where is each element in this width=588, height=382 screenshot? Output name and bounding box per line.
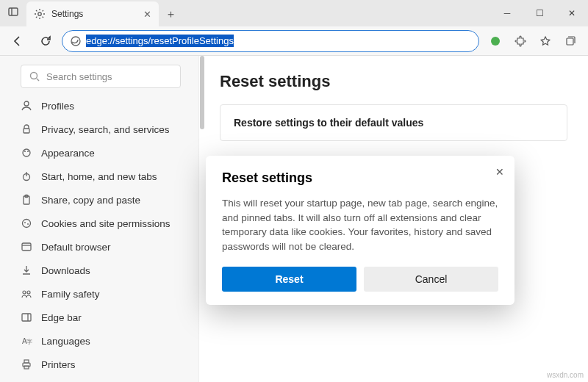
sidebar-item-label: Printers (41, 359, 76, 370)
settings-sidebar: Search settings Profiles Privacy, search… (0, 56, 198, 382)
svg-point-6 (31, 73, 37, 79)
svg-rect-0 (9, 8, 18, 15)
scrollbar-thumb[interactable] (200, 56, 204, 129)
language-icon: A字 (21, 335, 32, 347)
svg-point-19 (27, 223, 29, 225)
svg-point-12 (27, 151, 29, 152)
svg-rect-20 (22, 243, 31, 251)
power-icon (21, 170, 32, 182)
window-close-button[interactable]: ✕ (556, 0, 588, 26)
window-maximize-button[interactable]: ☐ (523, 0, 556, 26)
appearance-icon (21, 147, 32, 159)
collections-button[interactable] (559, 29, 582, 53)
svg-point-18 (24, 222, 26, 223)
sidebar-item-label: Downloads (41, 265, 90, 276)
reset-settings-dialog: ✕ Reset settings This will reset your st… (206, 156, 514, 305)
page-heading: Reset settings (220, 72, 567, 91)
person-icon (21, 100, 32, 112)
sidebar-item-label: Default browser (41, 242, 111, 253)
svg-point-8 (24, 101, 29, 106)
card-label: Restore settings to their default values (234, 117, 423, 129)
svg-point-11 (24, 151, 26, 152)
window-minimize-button[interactable]: ─ (491, 0, 523, 26)
search-placeholder: Search settings (46, 71, 112, 82)
dialog-body: This will reset your startup page, new t… (222, 196, 498, 253)
svg-point-2 (38, 12, 41, 15)
svg-point-23 (27, 291, 30, 294)
reset-button[interactable]: Reset (222, 267, 356, 292)
sidebar-item-label: Appearance (41, 148, 95, 159)
sidebar-item-profiles[interactable]: Profiles (13, 94, 190, 118)
collections-icon (564, 35, 576, 47)
download-icon (21, 264, 32, 276)
sidebar-item-label: Start, home, and new tabs (41, 171, 157, 182)
svg-point-10 (23, 149, 30, 156)
svg-point-17 (23, 220, 31, 228)
sidebar-item-label: Cookies and site permissions (41, 218, 171, 229)
tab-actions-icon (7, 6, 19, 18)
sidebar-item-label: Profiles (41, 101, 74, 112)
svg-point-3 (71, 37, 80, 46)
address-bar-url: edge://settings/resetProfileSettings (86, 35, 234, 47)
svg-rect-9 (24, 129, 29, 133)
svg-point-22 (23, 291, 26, 294)
cookie-icon (21, 217, 32, 229)
back-button[interactable] (6, 29, 29, 53)
sidebar-item-appearance[interactable]: Appearance (13, 141, 190, 165)
sidebar-item-start[interactable]: Start, home, and new tabs (13, 165, 190, 188)
address-bar[interactable]: edge://settings/resetProfileSettings (62, 30, 479, 52)
sidebar-item-label: Share, copy and paste (41, 195, 140, 206)
search-settings-input[interactable]: Search settings (21, 65, 181, 88)
svg-line-7 (37, 79, 39, 81)
star-icon (539, 35, 551, 47)
sidebar-item-languages[interactable]: A字Languages (13, 329, 190, 353)
sidebar-item-system[interactable]: System and performance (13, 376, 190, 382)
search-icon (29, 71, 40, 82)
sidebar-item-printers[interactable]: Printers (13, 353, 190, 376)
edge-logo-icon (70, 35, 82, 47)
tab-actions-button[interactable] (0, 0, 26, 24)
dialog-title: Reset settings (222, 170, 498, 186)
profile-button[interactable] (484, 29, 507, 53)
sidebar-item-label: Edge bar (41, 312, 82, 323)
sidebar-icon (21, 311, 32, 323)
sidebar-item-edge-bar[interactable]: Edge bar (13, 306, 190, 329)
tab-close-button[interactable]: ✕ (143, 9, 151, 20)
svg-rect-24 (22, 314, 31, 321)
sidebar-item-label: Family safety (41, 289, 100, 300)
favorites-button[interactable] (534, 29, 557, 53)
sidebar-item-label: Privacy, search, and services (41, 124, 170, 135)
browser-tab[interactable]: Settings ✕ (26, 1, 159, 26)
sidebar-item-label: Languages (41, 336, 90, 347)
gear-icon (34, 8, 46, 20)
sidebar-item-downloads[interactable]: Downloads (13, 259, 190, 282)
svg-point-4 (491, 37, 500, 46)
family-icon (21, 288, 32, 300)
sidebar-item-privacy[interactable]: Privacy, search, and services (13, 118, 190, 141)
sidebar-item-default-browser[interactable]: Default browser (13, 235, 190, 259)
dialog-close-button[interactable]: ✕ (495, 166, 504, 178)
tab-title: Settings (51, 9, 83, 19)
watermark: wsxdn.com (547, 371, 584, 379)
sidebar-item-cookies[interactable]: Cookies and site permissions (13, 212, 190, 235)
svg-text:字: 字 (26, 339, 32, 345)
new-tab-button[interactable]: ＋ (159, 1, 182, 26)
clipboard-icon (21, 194, 32, 206)
extensions-button[interactable] (509, 29, 532, 53)
restore-defaults-card[interactable]: Restore settings to their default values (220, 104, 567, 141)
browser-toolbar: edge://settings/resetProfileSettings (0, 26, 588, 56)
svg-rect-29 (24, 360, 29, 363)
browser-icon (21, 241, 32, 253)
sidebar-item-share[interactable]: Share, copy and paste (13, 188, 190, 212)
svg-rect-5 (567, 38, 573, 45)
lock-icon (21, 123, 32, 135)
sidebar-item-family[interactable]: Family safety (13, 282, 190, 306)
printer-icon (21, 358, 32, 370)
puzzle-icon (514, 35, 526, 47)
refresh-button[interactable] (34, 29, 57, 53)
window-titlebar: Settings ✕ ＋ ─ ☐ ✕ (0, 0, 588, 26)
cancel-button[interactable]: Cancel (364, 267, 498, 292)
